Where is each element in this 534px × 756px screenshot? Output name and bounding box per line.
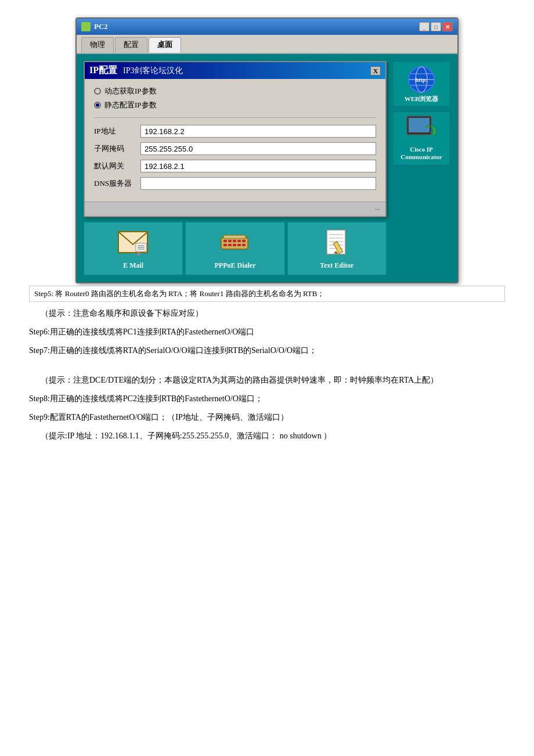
bottom-icons: E Mail — [84, 222, 387, 275]
step9: Step9:配置RTA的FastethernetO/O端口；（IP地址、子网掩码… — [29, 411, 505, 424]
cisco-ip-svg — [405, 115, 438, 145]
ip-field-ip: IP地址 — [94, 125, 376, 138]
window-title: PC2 — [94, 22, 108, 31]
dialog-body: 动态获取IP参数 静态配置IP参数 IP地址 子网掩码 — [85, 79, 385, 201]
svg-rect-6 — [221, 237, 248, 249]
radio-dynamic[interactable]: 动态获取IP参数 — [94, 86, 376, 96]
svg-rect-10 — [233, 240, 236, 242]
dialog-title-area: IP配置 IP3剑客论坛汉化 — [89, 64, 183, 77]
email-svg — [117, 229, 149, 257]
dialog-close-button[interactable]: X — [370, 66, 381, 75]
dialog-title-subtitle: IP3剑客论坛汉化 — [123, 66, 183, 76]
email-label: E Mail — [89, 261, 178, 270]
subnet-label: 子网掩码 — [94, 143, 140, 154]
dialog-footer: ··· — [85, 201, 385, 216]
titlebar: PC2 _ □ ✕ — [77, 19, 457, 35]
ip-field-subnet: 子网掩码 — [94, 142, 376, 155]
tab-desktop[interactable]: 桌面 — [149, 37, 181, 53]
titlebar-left: PC2 — [81, 22, 108, 31]
hint2: （提示：注意DCE/DTE端的划分；本题设定RTA为其两边的路由器提供时钟速率，… — [41, 373, 505, 387]
ip-input[interactable] — [140, 125, 376, 138]
gateway-label: 默认网关 — [94, 161, 140, 171]
subnet-input[interactable] — [140, 142, 376, 155]
pppoe-svg — [219, 229, 251, 257]
radio-dynamic-circle[interactable] — [94, 88, 101, 95]
right-panel: http: WEB浏览器 Cisco IPCom — [392, 61, 450, 275]
radio-static-circle[interactable] — [94, 102, 101, 109]
hint1: （提示：注意命名顺序和原设备下标应对应） — [41, 307, 505, 321]
pc2-window: PC2 _ □ ✕ 物理 配置 桌面 IP配置 IP3剑客论坛汉化 X — [75, 17, 459, 283]
radio-static-label: 静态配置IP参数 — [104, 100, 157, 110]
step7: Step7:用正确的连接线缆将RTA的SerialO/O/O端口连接到RTB的S… — [29, 344, 505, 358]
email-icon-item[interactable]: E Mail — [84, 222, 183, 275]
ip-label: IP地址 — [94, 126, 140, 136]
step6: Step6:用正确的连接线缆将PC1连接到RTA的FastethernetO/O… — [29, 325, 505, 339]
svg-rect-11 — [237, 240, 241, 242]
hint3: （提示:IP 地址：192.168.1.1、子网掩码:255.255.255.0… — [41, 429, 505, 443]
dialog-title-ip: IP配置 — [89, 64, 117, 77]
svg-rect-8 — [223, 240, 227, 242]
ip-dialog-header: IP配置 IP3剑客论坛汉化 X — [85, 62, 385, 79]
gateway-input[interactable] — [140, 160, 376, 172]
minimize-button[interactable]: _ — [419, 22, 430, 31]
radio-dynamic-label: 动态获取IP参数 — [104, 86, 157, 96]
text-editor-icon-item[interactable]: Text Editor — [287, 222, 387, 275]
step-text-area: Step5: 将 Router0 路由器的主机名命名为 RTA；将 Router… — [12, 283, 522, 450]
ip-field-gateway: 默认网关 — [94, 160, 376, 172]
text-editor-svg — [321, 229, 353, 258]
web-browser-label: WEB浏览器 — [396, 95, 446, 103]
svg-point-5 — [137, 252, 140, 255]
maximize-button[interactable]: □ — [431, 22, 441, 31]
svg-rect-14 — [228, 244, 232, 246]
svg-rect-12 — [242, 240, 246, 242]
email-icon — [116, 227, 151, 259]
blank1 — [29, 362, 505, 369]
left-panel: IP配置 IP3剑客论坛汉化 X 动态获取IP参数 静态配置IP参数 — [84, 61, 387, 275]
cisco-ip-label: Cisco IPCommunicator — [396, 146, 446, 161]
pppoe-icon-item[interactable]: PPPoE Dialer — [185, 222, 284, 275]
footer-text: ··· — [375, 206, 380, 213]
text-editor-icon — [319, 227, 354, 259]
svg-rect-15 — [233, 244, 236, 246]
pppoe-label: PPPoE Dialer — [190, 261, 279, 270]
svg-rect-17 — [242, 244, 246, 246]
app-icon — [81, 22, 91, 31]
ip-config-dialog: IP配置 IP3剑客论坛汉化 X 动态获取IP参数 静态配置IP参数 — [84, 61, 387, 217]
close-button[interactable]: ✕ — [442, 22, 453, 31]
svg-rect-13 — [223, 244, 227, 246]
cisco-ip-img — [404, 116, 439, 145]
svg-rect-33 — [409, 118, 430, 132]
text-editor-label: Text Editor — [293, 261, 381, 270]
divider — [94, 117, 376, 118]
svg-rect-7 — [223, 235, 246, 239]
ip-field-dns: DNS服务器 — [94, 177, 376, 190]
tab-bar: 物理 配置 桌面 — [77, 35, 457, 54]
dns-input[interactable] — [140, 177, 376, 190]
step5-highlight: Step5: 将 Router0 路由器的主机名命名为 RTA；将 Router… — [29, 286, 505, 302]
window-controls: _ □ ✕ — [419, 22, 453, 31]
tab-physics[interactable]: 物理 — [81, 37, 114, 53]
tab-config[interactable]: 配置 — [115, 37, 147, 53]
svg-text:http:: http: — [415, 77, 427, 83]
web-browser-icon[interactable]: http: WEB浏览器 — [392, 61, 450, 107]
step8: Step8:用正确的连接线缆将PC2连接到RTB的FastethernetO/O… — [29, 392, 505, 406]
web-browser-img: http: — [404, 65, 439, 94]
cisco-ip-icon[interactable]: Cisco IPCommunicator — [392, 111, 450, 165]
web-browser-svg: http: — [405, 66, 438, 93]
radio-static[interactable]: 静态配置IP参数 — [94, 100, 376, 110]
svg-rect-16 — [237, 244, 241, 246]
dns-label: DNS服务器 — [94, 178, 140, 189]
desktop-content: IP配置 IP3剑客论坛汉化 X 动态获取IP参数 静态配置IP参数 — [77, 54, 457, 282]
pppoe-icon — [218, 227, 252, 259]
svg-rect-9 — [228, 240, 232, 242]
radio-group: 动态获取IP参数 静态配置IP参数 — [94, 86, 376, 110]
